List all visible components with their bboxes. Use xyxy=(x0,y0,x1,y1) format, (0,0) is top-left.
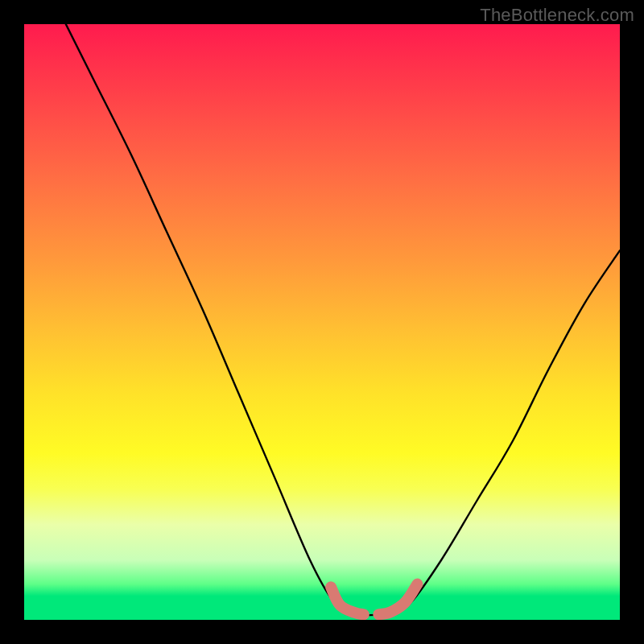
chart-frame: TheBottleneck.com xyxy=(0,0,644,644)
bottom-marker-right xyxy=(378,584,417,615)
plot-area xyxy=(24,24,620,620)
bottom-marker-left xyxy=(331,587,364,614)
curve-layer xyxy=(24,24,620,620)
watermark-text: TheBottleneck.com xyxy=(480,5,634,26)
bottleneck-curve xyxy=(66,24,620,615)
